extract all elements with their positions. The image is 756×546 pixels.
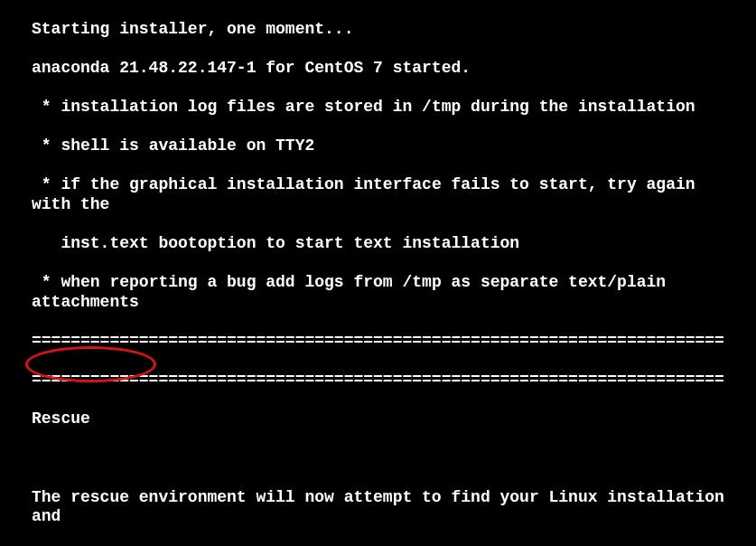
boot-line-5: * if the graphical installation interfac… [32,175,724,214]
boot-line-6: inst.text bootoption to start text insta… [32,234,724,254]
rescue-title: Rescue [32,410,724,429]
boot-line-2: anaconda 21.48.22.147-1 for CentOS 7 sta… [32,59,724,79]
terminal-output: Starting installer, one moment... anacon… [0,0,756,546]
separator-1: ========================================… [32,332,724,352]
desc-line-1: The rescue environment will now attempt … [32,488,724,527]
separator-2: ========================================… [32,371,724,391]
boot-line-7: * when reporting a bug add logs from /tm… [32,273,724,312]
boot-line-4: * shell is available on TTY2 [32,136,724,156]
boot-line-1: Starting installer, one moment... [32,20,724,40]
boot-line-3: * installation log files are stored in /… [32,98,724,118]
blank-1 [32,449,724,469]
